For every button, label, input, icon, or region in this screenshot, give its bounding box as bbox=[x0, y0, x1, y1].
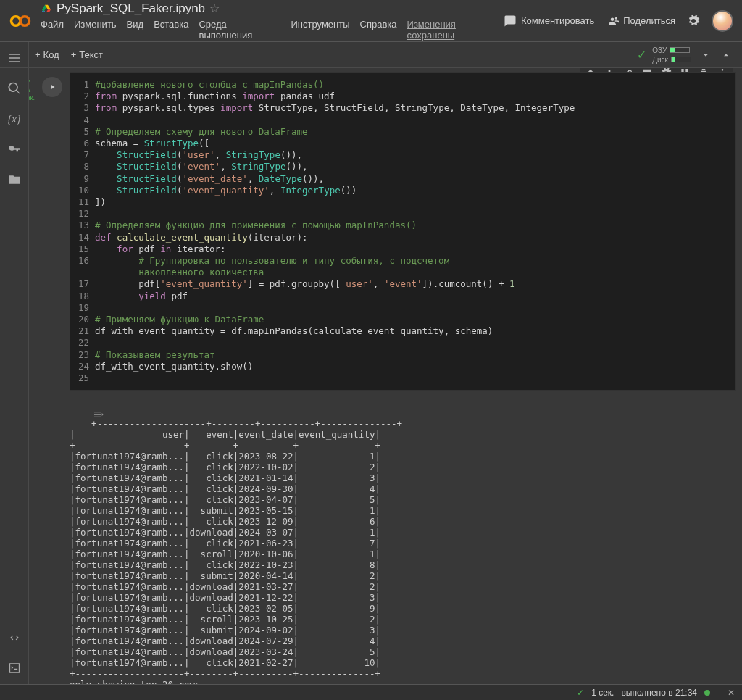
comment-icon bbox=[504, 14, 517, 28]
plus-icon: + bbox=[71, 49, 77, 60]
terminal-icon bbox=[7, 661, 22, 675]
folder-icon bbox=[7, 172, 22, 187]
search-button[interactable] bbox=[7, 81, 22, 96]
files-button[interactable] bbox=[7, 172, 22, 187]
output-toggle-button[interactable] bbox=[49, 398, 104, 433]
gear-icon bbox=[687, 14, 700, 28]
title-area: PySpark_SQL_Faker.ipynb ☆ Файл Изменить … bbox=[41, 1, 504, 41]
svg-point-1 bbox=[20, 16, 29, 25]
code-icon bbox=[7, 630, 22, 645]
add-code-label: Код bbox=[43, 49, 59, 60]
toc-button[interactable] bbox=[7, 51, 22, 65]
code-content[interactable]: #добавление нового столбца с mapInPandas… bbox=[95, 79, 735, 384]
save-status[interactable]: Изменения сохранены bbox=[407, 19, 504, 41]
ram-label: ОЗУ bbox=[652, 46, 667, 54]
runtime-menu-button[interactable] bbox=[696, 45, 716, 65]
chevron-up-icon bbox=[721, 50, 731, 60]
notebook-toolbar: + Код + Текст ✓ ОЗУ Диск bbox=[0, 42, 742, 68]
check-icon: ✓ bbox=[577, 688, 584, 698]
footer-time: 1 сек. bbox=[591, 688, 614, 698]
terminal-button[interactable] bbox=[7, 661, 22, 675]
share-icon bbox=[606, 14, 619, 28]
connection-check-icon: ✓ bbox=[637, 48, 646, 62]
exec-seconds: 2 bbox=[29, 86, 30, 93]
play-icon bbox=[48, 83, 57, 91]
share-label: Поделиться bbox=[623, 15, 675, 26]
menu-runtime[interactable]: Среда выполнения bbox=[199, 19, 280, 41]
svg-point-2 bbox=[722, 69, 724, 71]
connection-dot bbox=[704, 690, 710, 696]
menu-view[interactable]: Вид bbox=[127, 19, 144, 41]
add-code-button[interactable]: + Код bbox=[29, 46, 65, 63]
variables-button[interactable]: {x} bbox=[7, 112, 22, 126]
status-bar: ✓ 1 сек. выполнено в 21:34 ✕ bbox=[0, 684, 742, 700]
secrets-button[interactable] bbox=[7, 142, 22, 157]
left-rail: {x} bbox=[0, 42, 29, 684]
notebook-main[interactable]: ✓ 2 сек. 1234567891011121314151617181920… bbox=[29, 68, 742, 684]
header-actions: Комментировать Поделиться bbox=[504, 10, 733, 32]
add-text-button[interactable]: + Текст bbox=[65, 46, 109, 63]
check-icon: ✓ bbox=[29, 78, 32, 86]
code-cell[interactable]: ✓ 2 сек. 1234567891011121314151617181920… bbox=[38, 72, 736, 684]
menu-file[interactable]: Файл bbox=[41, 19, 64, 41]
close-status-button[interactable]: ✕ bbox=[728, 688, 735, 698]
disk-label: Диск bbox=[652, 56, 668, 64]
exec-unit: сек. bbox=[29, 94, 35, 101]
key-icon bbox=[7, 142, 22, 157]
colab-logo bbox=[9, 9, 32, 33]
variables-icon: {x} bbox=[7, 113, 21, 125]
comment-button[interactable]: Комментировать bbox=[504, 14, 594, 28]
footer-status: выполнено в 21:34 bbox=[621, 688, 697, 698]
code-editor[interactable]: 1234567891011121314151617181920212223242… bbox=[70, 72, 736, 391]
disk-bar bbox=[671, 57, 691, 62]
drive-icon bbox=[41, 3, 52, 14]
resource-indicator[interactable]: ОЗУ Диск bbox=[652, 46, 691, 64]
star-icon[interactable]: ☆ bbox=[209, 1, 220, 15]
notebook-title[interactable]: PySpark_SQL_Faker.ipynb bbox=[57, 1, 205, 16]
share-button[interactable]: Поделиться bbox=[606, 14, 675, 28]
menu-bar: Файл Изменить Вид Вставка Среда выполнен… bbox=[41, 19, 504, 41]
svg-point-0 bbox=[12, 16, 20, 25]
code-snippets-button[interactable] bbox=[7, 630, 22, 645]
run-cell-button[interactable] bbox=[42, 77, 62, 97]
user-avatar[interactable] bbox=[712, 10, 733, 32]
line-gutter: 1234567891011121314151617181920212223242… bbox=[70, 79, 95, 384]
comment-label: Комментировать bbox=[521, 15, 594, 26]
toggle-icon bbox=[93, 409, 104, 420]
search-icon bbox=[7, 81, 22, 96]
ram-bar bbox=[670, 47, 690, 53]
menu-help[interactable]: Справка bbox=[360, 19, 397, 41]
plus-icon: + bbox=[35, 49, 41, 60]
add-text-label: Текст bbox=[79, 49, 103, 60]
cell-output: +--------------------+--------+---------… bbox=[70, 396, 736, 684]
cell-exec-status: ✓ 2 сек. bbox=[29, 78, 35, 101]
app-header: PySpark_SQL_Faker.ipynb ☆ Файл Изменить … bbox=[0, 0, 742, 42]
chevron-down-icon bbox=[701, 50, 711, 60]
menu-tools[interactable]: Инструменты bbox=[291, 19, 349, 41]
menu-insert[interactable]: Вставка bbox=[154, 19, 188, 41]
menu-edit[interactable]: Изменить bbox=[74, 19, 117, 41]
collapse-button[interactable] bbox=[716, 45, 736, 65]
settings-button[interactable] bbox=[687, 14, 700, 28]
